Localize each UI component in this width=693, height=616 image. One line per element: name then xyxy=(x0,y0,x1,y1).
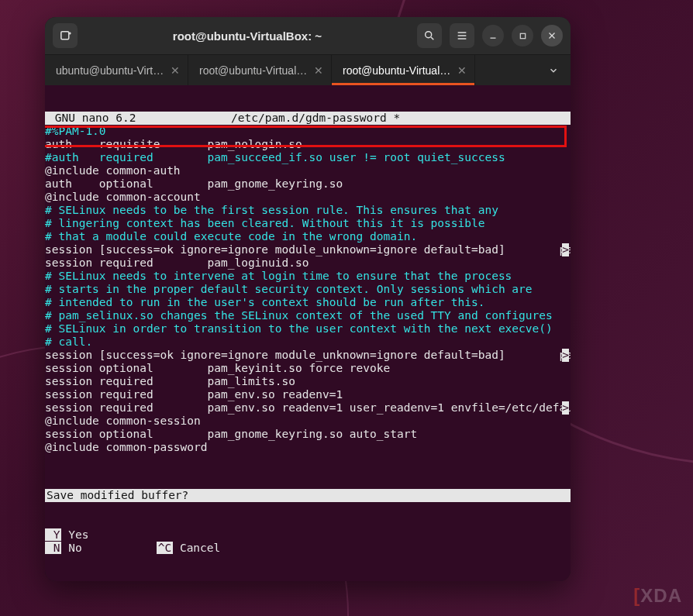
editor-line: @include common-session xyxy=(45,415,201,427)
terminal-viewport[interactable]: GNU nano 6.2/etc/pam.d/gdm-password *#%P… xyxy=(45,85,571,581)
close-button[interactable] xyxy=(541,25,563,46)
close-icon[interactable]: ✕ xyxy=(314,64,323,77)
window-title: root@ubuntu-VirtualBox: ~ xyxy=(84,29,411,43)
editor-line: session [success=ok ignore=ignore module… xyxy=(45,349,571,361)
close-icon[interactable]: ✕ xyxy=(457,64,467,77)
editor-line: # intended to run in the user's context … xyxy=(45,296,484,308)
nano-prompt: Save modified buffer? Y Yes N No ^C Canc… xyxy=(45,463,571,581)
editor-line: session required pam_loginuid.so xyxy=(45,256,309,269)
minimize-button[interactable] xyxy=(482,25,504,46)
tab-label: root@ubuntu-VirtualB… xyxy=(343,64,451,77)
editor-line: # call. xyxy=(45,336,92,348)
editor-line: # lingering context has been cleared. Wi… xyxy=(45,217,484,229)
tab-label: root@ubuntu-VirtualB… xyxy=(199,64,308,77)
editor-line: auth optional pam_gnome_keyring.so xyxy=(45,177,343,190)
editor-line: session [success=ok ignore=ignore module… xyxy=(45,243,571,256)
svg-point-3 xyxy=(426,32,432,38)
nano-titlebar: GNU nano 6.2/etc/pam.d/gdm-password * xyxy=(45,112,571,125)
nano-prompt-question: Save modified buffer? xyxy=(45,489,571,502)
editor-line: #auth required pam_succeed_if.so user !=… xyxy=(45,151,505,163)
editor-line: # SELinux needs to be the first session … xyxy=(45,204,498,216)
continuation-marker: > xyxy=(562,243,569,256)
editor-line: @include common-password xyxy=(45,441,208,453)
option-key-no[interactable]: N xyxy=(45,542,61,554)
svg-rect-9 xyxy=(520,33,525,38)
editor-line: @include common-account xyxy=(45,191,201,203)
tab-overflow-button[interactable] xyxy=(536,55,571,85)
maximize-button[interactable] xyxy=(512,25,533,46)
editor-line: #%PAM-1.0 xyxy=(45,125,106,137)
window-titlebar: root@ubuntu-VirtualBox: ~ xyxy=(45,17,571,54)
editor-line: # SELinux in order to transition to the … xyxy=(45,322,553,335)
svg-rect-0 xyxy=(60,31,68,39)
new-tab-button[interactable] xyxy=(53,23,78,48)
continuation-marker: > xyxy=(562,401,569,415)
search-button[interactable] xyxy=(417,23,442,48)
editor-line: # pam_selinux.so changes the SELinux con… xyxy=(45,309,553,322)
editor-line: # that a module could execute code in th… xyxy=(45,230,417,243)
editor-line: session optional pam_keyinit.so force re… xyxy=(45,362,390,374)
editor-line: # starts in the proper default security … xyxy=(45,283,533,295)
hamburger-menu-button[interactable] xyxy=(450,23,474,48)
continuation-marker: > xyxy=(562,349,569,362)
terminal-tab[interactable]: ubuntu@ubuntu-Virtu… ✕ xyxy=(45,55,188,85)
svg-line-4 xyxy=(431,37,433,40)
watermark-logo: [XDA xyxy=(633,585,682,607)
terminal-tab[interactable]: root@ubuntu-VirtualB… ✕ xyxy=(188,55,332,85)
editor-line: @include common-auth xyxy=(45,164,181,177)
nano-prompt-options: Y Yes N No ^C Cancel xyxy=(45,528,571,555)
option-key-cancel[interactable]: ^C xyxy=(157,542,173,554)
close-icon[interactable]: ✕ xyxy=(171,64,180,77)
tab-bar: ubuntu@ubuntu-Virtu… ✕ root@ubuntu-Virtu… xyxy=(45,54,571,85)
editor-line: session required pam_env.so readenv=1 xyxy=(45,388,343,401)
editor-line: session required pam_limits.so xyxy=(45,375,295,387)
terminal-tab[interactable]: root@ubuntu-VirtualB… ✕ xyxy=(332,55,475,85)
editor-line: session required pam_env.so readenv=1 us… xyxy=(45,401,571,414)
editor-line: # SELinux needs to intervene at login ti… xyxy=(45,270,512,282)
editor-line: auth requisite pam_nologin.so xyxy=(45,138,302,150)
terminal-window: root@ubuntu-VirtualBox: ~ ubuntu@ubuntu-… xyxy=(45,17,571,581)
editor-line: session optional pam_gnome_keyring.so au… xyxy=(45,428,417,440)
option-key-yes[interactable]: Y xyxy=(45,528,61,541)
tab-label: ubuntu@ubuntu-Virtu… xyxy=(56,64,164,77)
